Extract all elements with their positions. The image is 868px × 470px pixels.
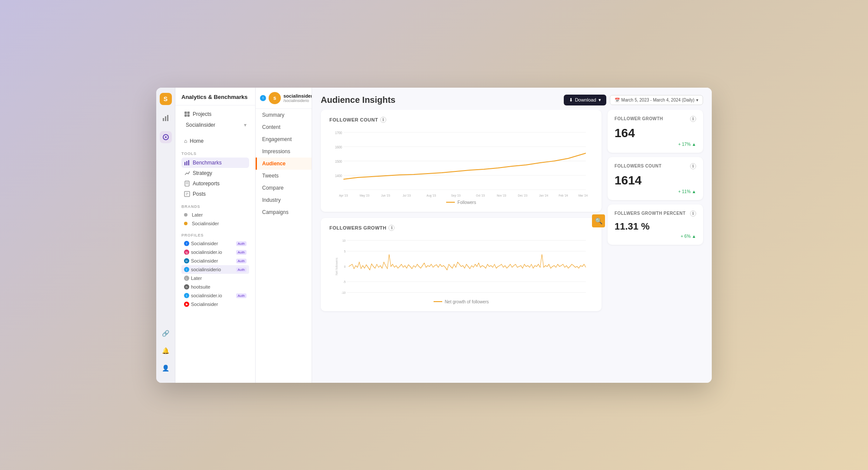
svg-text:5: 5	[344, 249, 346, 253]
twitter2-icon: t	[184, 293, 189, 298]
profile-si-ig[interactable]: ig socialinsider.io Auth	[181, 248, 249, 256]
svg-rect-15	[184, 191, 190, 197]
svg-rect-2	[167, 115, 168, 121]
bell-icon[interactable]: 🔔	[160, 345, 172, 357]
nav-menu-item-engagement[interactable]: Engagement	[256, 133, 312, 145]
profile-si-yt-label: Socialinsider	[191, 302, 218, 307]
date-range-label: March 5, 2023 - March 4, 2024 (Daily)	[621, 98, 694, 102]
profile-si-fb[interactable]: f Socialinsider Auth	[181, 239, 249, 248]
nav-menu-item-campaigns[interactable]: Campaigns	[256, 206, 312, 218]
icon-rail: S 🔗 🔔 👤	[156, 88, 175, 383]
header-actions: ⬇ Download ▾ 📅 March 5, 2023 - March 4, …	[564, 95, 703, 105]
svg-text:Oct '23: Oct '23	[473, 296, 481, 297]
fc-info-icon[interactable]: ℹ	[690, 163, 696, 169]
auth-badge: Auth	[236, 241, 247, 246]
follower-growth-change: + 17% ▲	[615, 142, 696, 147]
nav-menu-item-summary[interactable]: Summary	[256, 109, 312, 121]
svg-text:Feb '24: Feb '24	[559, 193, 568, 197]
stats-column: FOLLOWER GROWTH ℹ 164 + 17% ▲ FOLLOWERS …	[608, 110, 703, 374]
nav-menu-item-impressions[interactable]: Impressions	[256, 145, 312, 158]
svg-text:Feb '24: Feb '24	[555, 296, 564, 297]
svg-text:Sep '23: Sep '23	[451, 193, 460, 197]
date-range-button[interactable]: 📅 March 5, 2023 - March 4, 2024 (Daily) …	[610, 95, 703, 105]
followers-count-stat-title: FOLLOWERS COUNT ℹ	[615, 163, 696, 169]
brand-socialinsider[interactable]: Socialinsider	[181, 219, 249, 228]
svg-text:May '23: May '23	[367, 296, 376, 297]
nav-twitter-icon: t	[260, 95, 266, 101]
nav-menu-item-audience[interactable]: Audience	[256, 158, 312, 170]
svg-rect-0	[163, 118, 164, 121]
profiles-section: PROFILES f Socialinsider Auth ig sociali…	[175, 230, 255, 310]
user-icon[interactable]: 👤	[160, 362, 172, 374]
nav-menu-item-content[interactable]: Content	[256, 121, 312, 133]
followers-growth-info-icon[interactable]: ℹ	[388, 225, 395, 231]
svg-text:-5: -5	[343, 279, 345, 284]
profile-si-li[interactable]: in Socialinsider Auth	[181, 256, 249, 265]
svg-text:Nov '23: Nov '23	[497, 193, 506, 197]
profile-si2-tw[interactable]: t socialinsider.io Auth	[181, 291, 249, 300]
svg-point-4	[165, 136, 167, 138]
page-title: Audience Insights	[321, 95, 395, 105]
followers-growth-percent-value: 11.31 %	[615, 221, 696, 232]
svg-text:Jan '24: Jan '24	[536, 296, 545, 297]
profile-si-yt[interactable]: ▶ Socialinsider	[181, 300, 249, 309]
home-icon: ⌂	[184, 138, 187, 144]
projects-section: Projects Socialinsider ▾	[175, 105, 255, 132]
calendar-icon: 📅	[615, 98, 620, 102]
benchmarks-label: Benchmarks	[193, 160, 222, 166]
brand-socialinsider-label: Socialinsider	[192, 221, 219, 226]
nav-menu-item-compare[interactable]: Compare	[256, 182, 312, 194]
svg-text:Jul '23: Jul '23	[403, 193, 411, 197]
svg-text:May '23: May '23	[360, 193, 369, 197]
svg-rect-10	[186, 161, 187, 166]
sidebar-home-item[interactable]: ⌂ Home	[181, 136, 249, 146]
project-row[interactable]: Socialinsider ▾	[181, 119, 249, 131]
download-icon: ⬇	[569, 97, 573, 103]
nav-menu-item-industry[interactable]: Industry	[256, 194, 312, 206]
brand-later[interactable]: Later	[181, 210, 249, 219]
auth-badge-2: Auth	[236, 250, 247, 255]
sidebar: Analytics & Benchmarks Projects Socialin…	[175, 88, 256, 383]
app-logo[interactable]: S	[160, 93, 172, 105]
rail-chart-icon[interactable]	[160, 112, 172, 124]
svg-text:10: 10	[342, 238, 345, 243]
nav-profile-name: socialinsiderio	[283, 93, 312, 99]
fg-info-icon[interactable]: ℹ	[690, 116, 696, 122]
svg-text:Nov '23: Nov '23	[493, 296, 503, 297]
fgp-info-icon[interactable]: ℹ	[690, 210, 696, 217]
sidebar-autoreports[interactable]: Autoreports	[181, 178, 249, 189]
profile-si-li-label: Socialinsider	[191, 258, 218, 263]
zoom-badge[interactable]: 🔍	[592, 214, 605, 227]
nav-menu-item-tweets[interactable]: Tweets	[256, 170, 312, 182]
followers-growth-legend: Net growth of followers	[329, 299, 593, 304]
svg-rect-1	[165, 116, 166, 121]
profile-later-tw[interactable]: L Later	[181, 274, 249, 283]
download-button[interactable]: ⬇ Download ▾	[564, 95, 606, 105]
brand-dot-later	[184, 213, 187, 217]
svg-text:1500: 1500	[335, 159, 342, 164]
sidebar-strategy[interactable]: Strategy	[181, 168, 249, 178]
svg-text:Aug '23: Aug '23	[430, 296, 440, 297]
follower-count-info-icon[interactable]: ℹ	[380, 117, 386, 123]
svg-text:-10: -10	[342, 290, 345, 295]
tools-section: TOOLS Benchmarks Strategy Autoreports Po…	[175, 148, 255, 201]
sidebar-benchmarks[interactable]: Benchmarks	[181, 158, 249, 168]
profile-hootsuite[interactable]: h hootsuite	[181, 283, 249, 291]
followers-growth-percent-change: + 6% ▲	[615, 234, 696, 239]
brand-dot-socialinsider	[184, 222, 187, 225]
auth-badge-4: Auth	[236, 267, 247, 272]
rail-active-icon[interactable]	[160, 131, 172, 143]
svg-text:Jun '23: Jun '23	[388, 296, 397, 297]
svg-rect-7	[184, 115, 187, 117]
sidebar-projects-item[interactable]: Projects	[181, 109, 249, 119]
followers-growth-chart: Net followers 10 5 0 -5	[329, 236, 593, 297]
profile-si-tw[interactable]: t socialinsiderio Auth	[181, 265, 249, 274]
svg-text:Sep '23: Sep '23	[451, 296, 460, 297]
link-icon[interactable]: 🔗	[160, 327, 172, 339]
brand-later-label: Later	[192, 212, 203, 217]
sidebar-posts[interactable]: Posts	[181, 189, 249, 199]
autoreports-label: Autoreports	[193, 181, 220, 187]
svg-text:0: 0	[344, 264, 346, 269]
svg-text:1700: 1700	[335, 131, 342, 135]
posts-label: Posts	[193, 191, 206, 197]
